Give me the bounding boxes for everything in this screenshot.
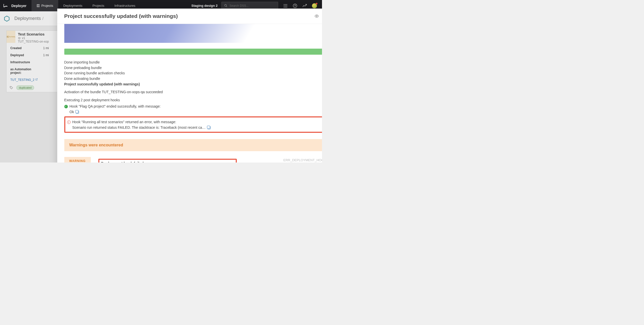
warning-pill: WARNING — [64, 157, 91, 162]
copy-icon[interactable] — [76, 111, 79, 114]
update-result-modal: Project successfully updated (with warni… — [57, 9, 322, 162]
progress-bar — [64, 49, 322, 55]
error-highlight-box: Hook "Running all test scenarios" return… — [64, 116, 322, 133]
hook-error-row: Hook "Running all test scenarios" return… — [67, 119, 322, 130]
copy-icon[interactable] — [208, 126, 211, 129]
hero-image — [64, 24, 322, 43]
error-code: ERR_DEPLOYMENT_HOOK — [283, 157, 322, 162]
preview-icon[interactable] — [314, 14, 319, 18]
warning-title: Deployment hook failed — [101, 161, 234, 162]
svg-point-16 — [316, 16, 317, 17]
success-icon — [64, 105, 68, 108]
hook-success-row: Hook "Flag QA project" ended successfull… — [64, 104, 322, 115]
warnings-banner: Warnings were encountered — [64, 139, 322, 151]
warning-highlight-box: Deployment hook failed "Running all test… — [98, 159, 237, 162]
log-output: Done importing bundle Done preloading bu… — [64, 60, 322, 133]
modal-title: Project successfully updated (with warni… — [64, 13, 311, 19]
error-icon — [67, 120, 71, 124]
